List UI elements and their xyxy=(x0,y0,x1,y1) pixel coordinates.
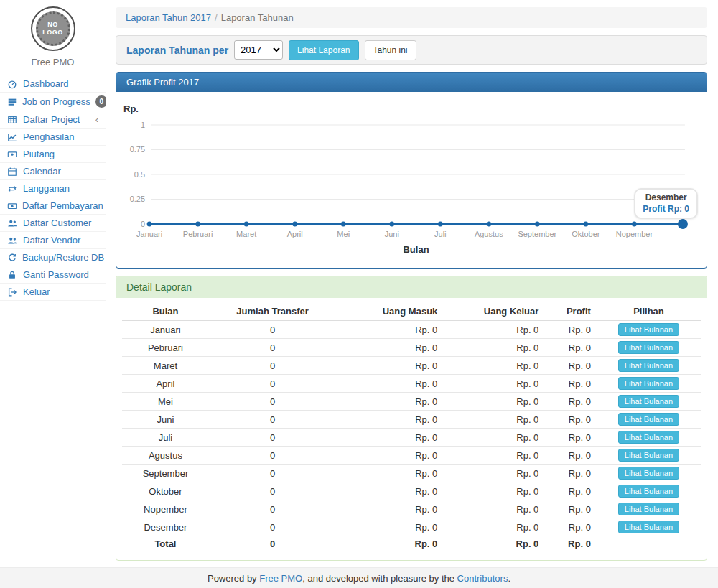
detail-report-panel: Detail Laporan BulanJumlah TransferUang … xyxy=(116,276,707,561)
cell-pilihan: Lihat Bulanan xyxy=(597,518,701,536)
x-tick-label: Oktober xyxy=(572,230,600,238)
cell-bulan: Nopember xyxy=(122,500,209,518)
refresh-icon xyxy=(7,253,17,263)
cell-uang_keluar: Rp. 0 xyxy=(443,518,544,536)
column-header: Uang Masuk xyxy=(336,302,443,321)
footer-text: . xyxy=(508,573,510,584)
cell-jumlah_transfer: 0 xyxy=(209,465,336,482)
sidebar-item-daftar-project[interactable]: Daftar Project‹ xyxy=(0,111,106,128)
table-total-row: Total0Rp. 0Rp. 0Rp. 0 xyxy=(122,536,701,552)
cell-profit: Rp. 0 xyxy=(544,500,597,518)
cell-uang_keluar: Rp. 0 xyxy=(443,357,544,375)
cell-jumlah_transfer: 0 xyxy=(209,321,336,339)
x-tick-label: September xyxy=(518,230,556,238)
cell-profit: Rp. 0 xyxy=(544,465,597,482)
cell-uang_masuk: Rp. 0 xyxy=(336,357,443,375)
sidebar-item-label: Daftar Project xyxy=(23,114,80,125)
table-row-nopember: Nopember0Rp. 0Rp. 0Rp. 0Lihat Bulanan xyxy=(122,500,701,518)
filter-label: Laporan Tahunan per xyxy=(126,45,228,56)
x-axis-label: Bulan xyxy=(403,244,429,255)
lihat-bulanan-button[interactable]: Lihat Bulanan xyxy=(618,341,679,354)
free-pmo-link[interactable]: Free PMO xyxy=(259,573,302,584)
column-header: Uang Keluar xyxy=(443,302,544,321)
sidebar-item-penghasilan[interactable]: Penghasilan xyxy=(0,128,106,145)
tahun-ini-button[interactable]: Tahun ini xyxy=(365,40,416,60)
sidebar-item-daftar-customer[interactable]: Daftar Customer xyxy=(0,214,106,231)
main-content: Laporan Tahun 2017/Laporan Tahunan Lapor… xyxy=(106,0,718,567)
cell-uang_masuk: Rp. 0 xyxy=(336,339,443,357)
cell-profit: Rp. 0 xyxy=(544,518,597,536)
data-point-maret xyxy=(244,222,249,227)
lihat-bulanan-button[interactable]: Lihat Bulanan xyxy=(618,485,679,498)
y-tick-label: 1 xyxy=(141,121,145,129)
table-row-desember: Desember0Rp. 0Rp. 0Rp. 0Lihat Bulanan xyxy=(122,518,701,536)
lock-icon xyxy=(7,270,18,280)
line-chart-icon xyxy=(7,132,18,142)
cell-uang_masuk: Rp. 0 xyxy=(336,429,443,447)
sidebar-item-label: Ganti Password xyxy=(23,269,89,280)
cell-uang_masuk: Rp. 0 xyxy=(336,465,443,482)
year-select[interactable]: 2017 xyxy=(234,40,283,60)
cell-uang_keluar: Rp. 0 xyxy=(443,429,544,447)
y-tick-label: 0 xyxy=(141,220,145,228)
breadcrumb-link[interactable]: Laporan Tahun 2017 xyxy=(126,12,211,23)
lihat-bulanan-button[interactable]: Lihat Bulanan xyxy=(618,431,679,444)
sidebar-item-label: Penghasilan xyxy=(23,131,75,142)
cell-jumlah_transfer: 0 xyxy=(209,518,336,536)
logo-text-line2: LOGO xyxy=(42,29,63,37)
table-row-juni: Juni0Rp. 0Rp. 0Rp. 0Lihat Bulanan xyxy=(122,411,701,429)
sidebar-item-label: Dashboard xyxy=(23,78,69,89)
sidebar-item-piutang[interactable]: Piutang xyxy=(0,145,106,162)
sidebar-item-label: Piutang xyxy=(23,149,55,159)
cell-profit: Rp. 0 xyxy=(544,339,597,357)
lihat-laporan-button[interactable]: Lihat Laporan xyxy=(289,40,358,60)
lihat-bulanan-button[interactable]: Lihat Bulanan xyxy=(618,503,679,515)
x-tick-label: Pebruari xyxy=(183,230,213,238)
lihat-bulanan-button[interactable]: Lihat Bulanan xyxy=(618,413,679,426)
lihat-bulanan-button[interactable]: Lihat Bulanan xyxy=(618,323,679,336)
lihat-bulanan-button[interactable]: Lihat Bulanan xyxy=(618,521,679,533)
x-tick-label: Juli xyxy=(434,230,447,238)
profit-chart: Rp.00.250.50.751JanuariPebruariMaretApri… xyxy=(116,92,707,268)
sidebar-item-calendar[interactable]: Calendar xyxy=(0,162,106,179)
breadcrumb-separator: / xyxy=(215,12,218,23)
sign-out-icon xyxy=(7,287,18,297)
cell-uang_keluar: Rp. 0 xyxy=(443,411,544,429)
cell-jumlah_transfer: 0 xyxy=(209,339,336,357)
lihat-bulanan-button[interactable]: Lihat Bulanan xyxy=(618,377,679,390)
lihat-bulanan-button[interactable]: Lihat Bulanan xyxy=(618,395,679,408)
cell-pilihan: Lihat Bulanan xyxy=(597,500,701,518)
sidebar-item-backup-restore-db[interactable]: Backup/Restore DB xyxy=(0,248,106,266)
detail-table-wrapper: BulanJumlah TransferUang MasukUang Kelua… xyxy=(116,298,707,560)
sidebar-item-ganti-password[interactable]: Ganti Password xyxy=(0,266,106,283)
total-uang_masuk: Rp. 0 xyxy=(336,536,443,552)
total-uang_keluar: Rp. 0 xyxy=(443,536,544,552)
sidebar-item-dashboard[interactable]: Dashboard xyxy=(0,75,106,92)
cell-pilihan: Lihat Bulanan xyxy=(597,393,701,411)
data-point-mei xyxy=(341,222,346,227)
sidebar-item-job-on-progress[interactable]: Job on Progress0 xyxy=(0,92,106,111)
total-bulan: Total xyxy=(122,536,209,552)
table-icon xyxy=(7,115,18,125)
lihat-bulanan-button[interactable]: Lihat Bulanan xyxy=(618,359,679,372)
cell-profit: Rp. 0 xyxy=(544,429,597,447)
footer-text: , and developed with pleasure by the xyxy=(302,573,457,584)
cell-uang_masuk: Rp. 0 xyxy=(336,393,443,411)
cell-uang_masuk: Rp. 0 xyxy=(336,518,443,536)
lihat-bulanan-button[interactable]: Lihat Bulanan xyxy=(618,449,679,462)
lihat-bulanan-button[interactable]: Lihat Bulanan xyxy=(618,467,679,480)
sidebar-item-langganan[interactable]: Langganan xyxy=(0,179,106,197)
x-tick-label: Januari xyxy=(136,230,162,238)
contributors-link[interactable]: Contributors xyxy=(457,573,508,584)
cell-profit: Rp. 0 xyxy=(544,411,597,429)
sidebar-item-daftar-vendor[interactable]: Daftar Vendor xyxy=(0,231,106,248)
cell-pilihan: Lihat Bulanan xyxy=(597,375,701,393)
dashboard-icon xyxy=(7,79,18,89)
total-profit: Rp. 0 xyxy=(544,536,597,552)
cell-profit: Rp. 0 xyxy=(544,447,597,465)
sidebar-item-daftar-pembayaran[interactable]: Daftar Pembayaran xyxy=(0,197,106,214)
cell-jumlah_transfer: 0 xyxy=(209,429,336,447)
profit-line-chart: Rp.00.250.50.751JanuariPebruariMaretApri… xyxy=(116,92,707,268)
sidebar-item-keluar[interactable]: Keluar xyxy=(0,283,106,301)
column-header: Bulan xyxy=(122,302,209,321)
